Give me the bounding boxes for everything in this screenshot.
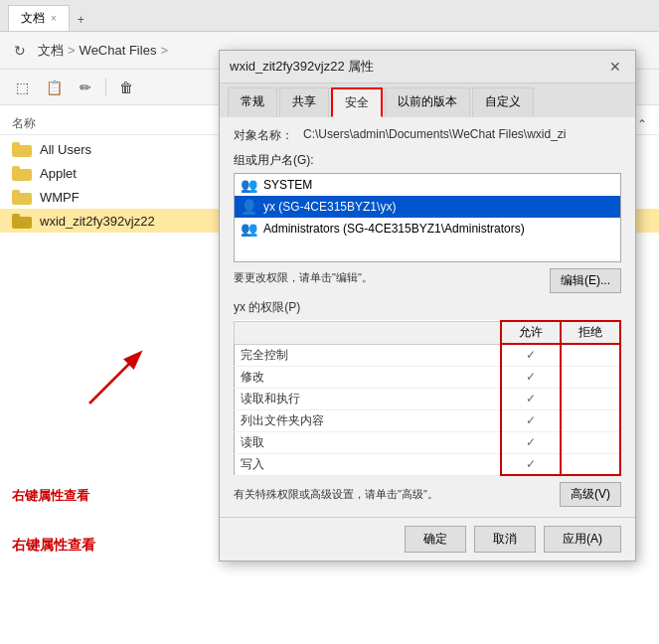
tab-general[interactable]: 常规 (228, 87, 277, 117)
table-row: 列出文件夹内容 ✓ (235, 409, 621, 431)
perm-deny-full (561, 344, 620, 366)
table-row: 写入 ✓ (235, 453, 621, 475)
folder-icon (12, 141, 32, 157)
group-icon-system: 👥 (241, 177, 257, 193)
toolbar-rename-btn[interactable]: ✏ (72, 74, 99, 101)
folder-icon-selected (12, 213, 32, 229)
cancel-btn[interactable]: 取消 (474, 526, 536, 553)
perm-allow-full: ✓ (501, 344, 561, 366)
group-item-yx[interactable]: 👤 yx (SG-4CE315BYZ1\yx) (235, 196, 620, 218)
advanced-row: 有关特殊权限或高级设置，请单击"高级"。 高级(V) (234, 482, 621, 507)
perm-deny-modify (561, 366, 620, 388)
nav-refresh-btn[interactable]: ↻ (8, 39, 32, 63)
dialog-tabs: 常规 共享 安全 以前的版本 自定义 (220, 83, 635, 117)
object-value: C:\Users\admin\Documents\WeChat Files\wx… (303, 127, 567, 141)
folder-icon (12, 189, 32, 205)
perm-deny-write (561, 453, 620, 475)
tab-security[interactable]: 安全 (331, 87, 383, 117)
table-row: 完全控制 ✓ (235, 344, 621, 366)
group-icon-admin: 👥 (241, 221, 257, 237)
group-item-admin[interactable]: 👥 Administrators (SG-4CE315BYZ1\Administ… (235, 218, 620, 240)
file-item-name: Applet (40, 166, 77, 181)
breadcrumb-doc[interactable]: 文档 (38, 42, 64, 60)
file-item-name: All Users (40, 142, 91, 157)
perm-col-name (235, 321, 502, 344)
object-label: 对象名称： (234, 127, 303, 144)
group-item-system[interactable]: 👥 SYSTEM (235, 174, 620, 196)
group-name-system: SYSTEM (263, 178, 312, 192)
folder-icon (12, 165, 32, 181)
breadcrumb-wechat[interactable]: WeChat Files (80, 43, 157, 58)
edit-note: 要更改权限，请单击"编辑"。 (234, 270, 373, 285)
perm-name-modify: 修改 (235, 366, 502, 388)
perm-name-full: 完全控制 (235, 344, 502, 366)
group-icon-yx: 👤 (241, 199, 257, 215)
breadcrumb: 文档 > WeChat Files > (38, 42, 168, 60)
perm-name-read-exec: 读取和执行 (235, 388, 502, 409)
perm-col-deny: 拒绝 (561, 321, 620, 344)
properties-dialog: wxid_zit2fy392vjz22 属性 ✕ 常规 共享 安全 以前的版本 … (219, 50, 636, 562)
file-item-name-selected: wxid_zit2fy392vjz22 (40, 214, 155, 229)
ok-btn[interactable]: 确定 (405, 526, 466, 553)
group-list[interactable]: 👥 SYSTEM 👤 yx (SG-4CE315BYZ1\yx) 👥 Admin… (234, 173, 621, 262)
tab-customize[interactable]: 自定义 (472, 87, 534, 117)
toolbar-copy-btn[interactable]: ⬚ (8, 74, 36, 101)
perm-allow-read: ✓ (501, 431, 561, 453)
group-list-label: 组或用户名(G): (234, 152, 621, 169)
perm-deny-list (561, 409, 620, 431)
toolbar-separator (105, 79, 106, 96)
dialog-titlebar: wxid_zit2fy392vjz22 属性 ✕ (220, 51, 635, 83)
perm-col-allow: 允许 (501, 321, 561, 344)
perm-name-write: 写入 (235, 453, 502, 475)
annotation-label: 右键属性查看 (12, 487, 89, 505)
object-name-row: 对象名称： C:\Users\admin\Documents\WeChat Fi… (234, 127, 621, 144)
new-tab-btn[interactable]: + (70, 9, 92, 31)
table-row: 修改 ✓ (235, 366, 621, 388)
permissions-table: 允许 拒绝 完全控制 ✓ 修改 ✓ (234, 320, 621, 476)
perm-deny-read-exec (561, 388, 620, 409)
toolbar-paste-btn[interactable]: 📋 (40, 74, 68, 101)
svg-line-1 (89, 354, 139, 403)
perm-allow-modify: ✓ (501, 366, 561, 388)
perm-deny-read (561, 431, 620, 453)
permissions-section: yx 的权限(P) 允许 拒绝 完全控制 (234, 299, 621, 476)
table-row: 读取 ✓ (235, 431, 621, 453)
apply-btn[interactable]: 应用(A) (544, 526, 621, 553)
group-name-admin: Administrators (SG-4CE315BYZ1\Administra… (263, 222, 525, 236)
toolbar-delete-btn[interactable]: 🗑 (112, 74, 140, 101)
advanced-btn[interactable]: 高级(V) (560, 482, 621, 507)
table-row: 读取和执行 ✓ (235, 388, 621, 409)
perm-allow-write: ✓ (501, 453, 561, 475)
group-name-yx: yx (SG-4CE315BYZ1\yx) (263, 200, 396, 214)
perm-allow-list: ✓ (501, 409, 561, 431)
tab-share[interactable]: 共享 (279, 87, 329, 117)
file-item-name: WMPF (40, 190, 80, 205)
perm-allow-read-exec: ✓ (501, 388, 561, 409)
perm-name-list: 列出文件夹内容 (235, 409, 502, 431)
annotation-arrow (80, 334, 159, 413)
edit-permissions-btn[interactable]: 编辑(E)... (550, 268, 621, 293)
tab-previous-versions[interactable]: 以前的版本 (385, 87, 470, 117)
dialog-title: wxid_zit2fy392vjz22 属性 (230, 58, 374, 76)
advanced-note: 有关特殊权限或高级设置，请单击"高级"。 (234, 487, 560, 502)
dialog-close-btn[interactable]: ✕ (605, 57, 625, 77)
dialog-footer: 确定 取消 应用(A) (220, 517, 635, 561)
browser-tab[interactable]: 文档 × (8, 5, 70, 31)
perms-label: yx 的权限(P) (234, 299, 621, 316)
perm-name-read: 读取 (235, 431, 502, 453)
tab-label: 文档 (21, 10, 45, 27)
dialog-content: 对象名称： C:\Users\admin\Documents\WeChat Fi… (220, 117, 635, 517)
annotation-text: 右键属性查看 (12, 537, 95, 555)
tab-close-btn[interactable]: × (51, 13, 57, 24)
